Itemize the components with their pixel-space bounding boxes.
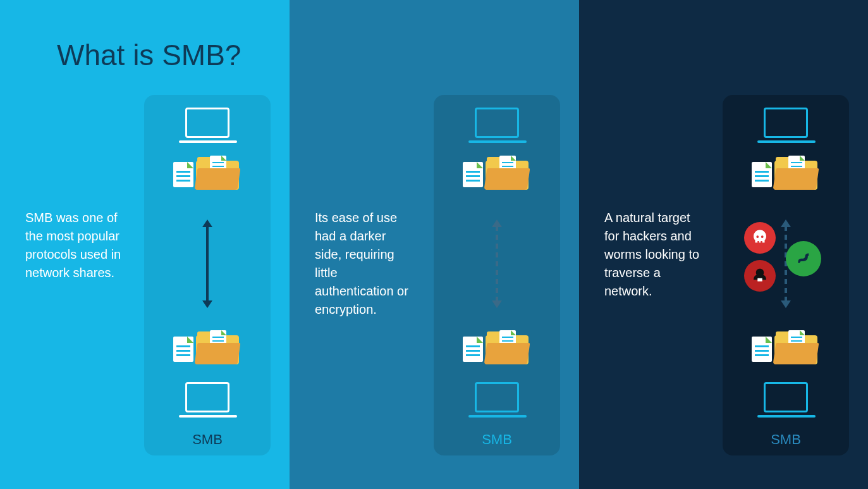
laptop-icon — [179, 382, 236, 420]
worm-icon — [786, 241, 821, 276]
bidirectional-arrow-dashed-icon — [434, 202, 560, 325]
laptop-icon — [757, 382, 814, 420]
laptop-icon — [179, 108, 236, 145]
bidirectional-arrow-icon — [144, 202, 271, 325]
files-folder-icon — [169, 154, 245, 199]
card-label: SMB — [192, 431, 223, 448]
panel-3-card: SMB — [723, 95, 849, 455]
files-folder-icon — [748, 154, 824, 199]
panel-3-hacker-target: A natural target for hackers and worms l… — [579, 0, 868, 489]
laptop-icon — [757, 108, 814, 145]
panel-1-text: SMB was one of the most popular protocol… — [25, 209, 126, 282]
panel-1-popular-protocol: What is SMB? SMB was one of the most pop… — [0, 0, 290, 489]
files-folder-icon — [459, 154, 535, 199]
bidirectional-arrow-dashed-icon — [723, 202, 849, 325]
files-folder-icon — [748, 329, 824, 373]
panel-2-card: SMB — [434, 95, 560, 455]
card-label: SMB — [771, 431, 801, 448]
skull-icon — [744, 222, 776, 254]
page-title: What is SMB? — [57, 38, 241, 72]
laptop-icon — [468, 382, 525, 420]
hacker-icon — [744, 260, 776, 292]
card-label: SMB — [482, 431, 512, 448]
panel-2-text: Its ease of use had a darker side, requi… — [315, 209, 416, 319]
laptop-icon — [468, 108, 525, 145]
files-folder-icon — [169, 329, 245, 373]
panel-3-text: A natural target for hackers and worms l… — [604, 209, 706, 300]
panel-2-darker-side: Its ease of use had a darker side, requi… — [290, 0, 579, 489]
files-folder-icon — [459, 329, 535, 373]
svg-rect-0 — [757, 278, 762, 282]
panel-1-card: SMB — [144, 95, 271, 455]
